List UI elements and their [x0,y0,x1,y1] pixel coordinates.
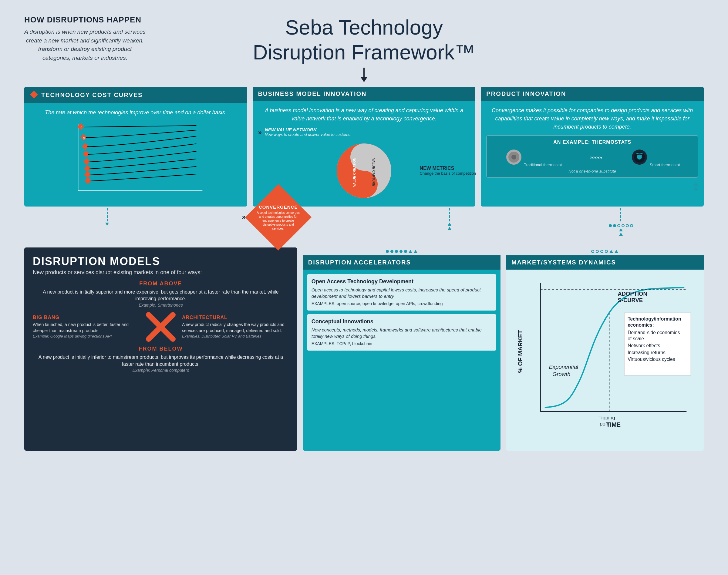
from-above-title: FROM ABOVE [33,280,289,287]
svg-text:economics:: economics: [628,323,654,328]
disruption-accelerators-panel: DISRUPTION ACCELERATORS Open Access Tech… [303,247,500,451]
arrow-shape [360,68,368,82]
from-above-desc: A new product is initially superior and … [33,289,289,302]
thermostat-comparison-arrows: »»»» [590,155,602,161]
svg-text:Technology/information: Technology/information [628,316,681,322]
convergence-left-connector [24,206,190,226]
mkt-body: % OF MARKET TIME ADOPTION S-CURVE Expone… [506,270,704,451]
svg-text:VALUE CREATION: VALUE CREATION [353,158,356,187]
not-substitute-text: Not a one-to-one substitute [491,169,694,173]
convergence-title: CONVERGENCE [256,204,300,209]
main-title-area: Seba Technology Disruption Framework™ [145,15,583,65]
tech-cost-title: TECHNOLOGY COST CURVES [41,92,142,99]
acc-header: DISRUPTION ACCELERATORS [303,256,500,270]
svg-text:Tipping: Tipping [598,415,615,420]
convergence-center-connector [367,206,533,230]
from-above-section: FROM ABOVE A new product is initially su… [33,280,289,308]
double-arrow-up-group [693,182,698,191]
convergence-diamond-area: CONVERGENCE A set of technologies conver… [196,206,362,246]
bottom-panels-row: DISRUPTION MODELS New products or servic… [24,247,704,451]
disruption-models-panel: DISRUPTION MODELS New products or servic… [24,247,297,451]
new-value-network-area: NEW VALUE NETWORK New ways to create and… [265,127,352,137]
svg-rect-13 [85,177,92,184]
right-dashes [609,208,633,236]
svg-text:Exponential: Exponential [549,364,578,370]
architectural-title: ARCHITECTURAL [182,315,289,320]
svg-text:📡: 📡 [82,136,86,139]
thermostats-comparison-row: Traditional thermostat »»»» [491,148,694,167]
title-line2: Disruption Framework™ [253,41,475,64]
left-dashes-down [105,206,109,226]
disruption-desc: A disruption is when new products and se… [24,28,145,62]
acc-items-list: Open Access Technology Development Open … [303,270,500,451]
arrow-up-1 [693,182,698,186]
double-chevron-icon: » [258,129,262,136]
traditional-thermostat-icon [505,148,523,166]
s-curve-svg: % OF MARKET TIME ADOPTION S-CURVE Expone… [510,274,699,437]
product-innovation-description: Convergence makes it possible for compan… [486,106,698,131]
new-metrics-area: NEW METRICS Change the basis of competit… [420,165,476,176]
tech-cost-description: The rate at which the technologies impro… [30,109,242,117]
svg-rect-12 [84,171,91,178]
product-innovation-panel: PRODUCT INNOVATION Convergence makes it … [481,87,704,206]
yin-yang-svg: VALUE CREATION VALUE CAPTURE [334,140,394,201]
disruption-models-subtitle: New products or services disrupt existin… [33,269,289,276]
tech-cost-header: TECHNOLOGY COST CURVES [24,87,247,103]
from-below-desc: A new product is initially inferior to m… [33,354,289,368]
svg-text:Virtuous/vicious cycles: Virtuous/vicious cycles [628,357,675,362]
product-innovation-body: Convergence makes it possible for compan… [481,101,704,196]
convergence-connectors-row: CONVERGENCE A set of technologies conver… [24,206,704,246]
smart-thermostat-item: Smart thermostat [630,148,680,167]
svg-text:S-CURVE: S-CURVE [618,297,643,303]
mkt-header: MARKET/SYSTEMS DYNAMICS [506,256,704,270]
acc-item1-desc: Open access to technology and capital lo… [311,286,492,299]
title-line1: Seba Technology [285,16,443,39]
acc-item1-title: Open Access Technology Development [311,278,492,285]
convergence-text-content: CONVERGENCE A set of technologies conver… [255,203,302,232]
big-bang-example: Example: Google Maps driving directions … [33,334,139,339]
mkt-top-dots [506,247,704,256]
smart-label: Smart thermostat [650,163,680,167]
main-arrow-down [24,68,704,82]
acc-header-title: DISRUPTION ACCELERATORS [308,259,411,266]
bm-value-network-row: » NEW VALUE NETWORK New ways to create a… [258,127,470,137]
tech-cost-body: The rate at which the technologies impro… [24,103,247,205]
convergence-right-connector [538,206,704,236]
architectural-desc: A new product radically changes the way … [182,322,289,334]
acc-item2-desc: New concepts, methods, models, framework… [311,327,492,339]
acc-item1-examples: EXAMPLES: open source, open knowledge, o… [311,301,492,306]
framework-title: Seba Technology Disruption Framework™ [158,15,570,65]
svg-rect-8 [82,143,89,150]
product-innovation-arrows [486,182,698,191]
traditional-thermostat-item: Traditional thermostat [505,148,562,167]
svg-point-22 [511,155,516,160]
thermostat-example-title: AN EXAMPLE: THERMOSTATS [491,139,694,145]
svg-text:Network effects: Network effects [628,343,660,348]
three-panels-row: TECHNOLOGY COST CURVES The rate at which… [24,87,704,206]
disruption-definition: HOW DISRUPTIONS HAPPEN A disruption is w… [24,15,145,62]
header-row: HOW DISRUPTIONS HAPPEN A disruption is w… [24,15,704,65]
disruption-models-title: DISRUPTION MODELS [33,255,289,268]
acc-item2-title: Conceptual Innovations [311,318,492,325]
acc-top-dots [303,247,500,256]
arrow-head [360,77,368,82]
new-metrics-title: NEW METRICS [420,165,476,171]
from-below-title: FROM BELOW [33,346,289,352]
convergence-left-arrows: » [242,213,246,221]
svg-text:⬡: ⬡ [80,126,82,129]
svg-text:% OF MARKET: % OF MARKET [517,330,524,373]
from-above-example: Example: Smartphones [33,302,289,308]
thermostat-section: AN EXAMPLE: THERMOSTATS Traditional ther… [486,135,698,178]
svg-text:ADOPTION: ADOPTION [618,291,647,297]
architectural-column: ARCHITECTURAL A new product radically ch… [182,315,289,339]
cost-curve-svg: ⬡ 📡 [30,121,242,200]
x-cross-graphic [145,312,176,342]
nvn-desc: New ways to create and deliver value to … [265,132,352,137]
convergence-diamond-wrapper: CONVERGENCE A set of technologies conver… [250,188,307,246]
convergence-diamond-shape: CONVERGENCE A set of technologies conver… [245,184,311,250]
svg-text:point: point [600,421,611,427]
business-model-description: A business model innovation is a new way… [258,106,470,123]
architectural-example: Examples: Distributed Solar PV and Batte… [182,334,289,339]
convergence-desc: A set of technologies converges and crea… [256,210,300,230]
arrow-up-2 [693,187,698,191]
